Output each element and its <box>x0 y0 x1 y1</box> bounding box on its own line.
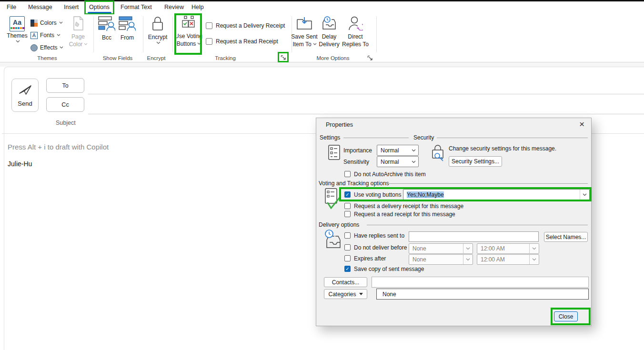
group-label-tracking: Tracking <box>215 55 236 61</box>
subject-label: Subject <box>56 120 76 126</box>
options-ribbon: Aa Themes Colors A Fonts Effects <box>0 14 644 62</box>
have-replies-input[interactable] <box>409 231 539 242</box>
checkbox-icon <box>344 232 351 239</box>
page-color-button[interactable]: Page Color <box>66 16 91 48</box>
voting-boxes-icon <box>181 16 196 32</box>
section-rule <box>367 225 588 225</box>
tracking-dialog-launcher[interactable] <box>280 54 287 61</box>
group-separator <box>93 16 94 52</box>
save-copy-checkbox[interactable]: ✓ Save copy of sent message <box>344 266 424 272</box>
sensitivity-select[interactable]: Normal <box>377 156 419 167</box>
expires-after-checkbox[interactable]: Expires after <box>344 255 386 262</box>
section-settings: Settings <box>320 134 340 141</box>
deliver-date-select[interactable]: None <box>409 243 473 254</box>
close-button[interactable]: Close <box>554 311 578 321</box>
autoarchive-checkbox[interactable]: Do not AutoArchive this item <box>344 171 426 178</box>
chevron-down-icon <box>463 255 473 264</box>
security-settings-button[interactable]: Security Settings... <box>449 156 502 167</box>
annotation-options-tab <box>84 0 114 15</box>
direct-replies-to-button[interactable]: Direct Replies To <box>341 16 370 48</box>
group-separator <box>376 16 377 52</box>
group-label-themes: Themes <box>37 55 57 61</box>
colors-icon <box>30 20 38 27</box>
tab-insert[interactable]: Insert <box>64 4 79 10</box>
group-label-encrypt: Encrypt <box>147 55 166 61</box>
send-icon <box>18 83 32 98</box>
outlook-compose-window: File Message Insert Options Format Text … <box>0 0 644 350</box>
chevron-down-icon <box>529 255 539 264</box>
person-reply-icon <box>348 16 363 32</box>
chevron-down-icon <box>463 244 473 253</box>
chevron-down-icon <box>156 41 160 45</box>
bcc-button[interactable]: Bcc <box>97 16 117 41</box>
to-field[interactable] <box>88 94 644 94</box>
section-security: Security <box>413 134 434 141</box>
properties-dialog: Properties × Settings Security Importanc… <box>316 118 592 326</box>
more-options-dialog-launcher[interactable] <box>367 55 373 61</box>
effects-dropdown[interactable]: Effects <box>30 43 63 52</box>
tab-message[interactable]: Message <box>28 4 52 10</box>
folder-save-icon <box>296 16 312 32</box>
security-description: Change security settings for this messag… <box>449 145 556 152</box>
delivery-receipt-checkbox[interactable]: Request a delivery receipt for this mess… <box>344 203 463 210</box>
expires-date-select[interactable]: None <box>409 254 473 265</box>
checkbox-icon <box>344 211 351 217</box>
dialog-launcher-icon <box>367 55 373 61</box>
fonts-icon: A <box>30 32 38 39</box>
contacts-button[interactable]: Contacts... <box>324 277 367 287</box>
chevron-down-icon <box>313 43 316 46</box>
cc-field[interactable] <box>88 114 644 114</box>
checkbox-icon <box>344 244 351 250</box>
deliver-time-select[interactable]: 12:00 AM <box>477 243 539 254</box>
sensitivity-label: Sensitivity <box>343 159 369 165</box>
read-receipt-checkbox[interactable]: Request a read receipt for this message <box>344 211 455 218</box>
themes-icon: Aa <box>10 16 25 31</box>
group-separator <box>143 16 143 52</box>
tab-help[interactable]: Help <box>191 4 204 10</box>
close-icon[interactable]: × <box>577 119 586 130</box>
voting-buttons-combobox[interactable]: Yes;No;Maybe <box>403 189 590 200</box>
message-body-text[interactable]: Julie-Hu <box>8 160 32 168</box>
page-color-icon <box>71 16 85 32</box>
delay-delivery-button[interactable]: Delay Delivery <box>317 16 341 48</box>
section-rule <box>437 138 588 138</box>
chevron-down-icon <box>84 43 87 46</box>
chevron-down-icon <box>57 34 60 37</box>
request-delivery-receipt-checkbox[interactable]: Request a Delivery Receipt <box>206 22 285 29</box>
encrypt-button[interactable]: Encrypt <box>145 16 171 45</box>
chevron-down-icon <box>409 145 418 155</box>
save-sent-item-to-button[interactable]: Save Sent Item To <box>292 16 317 48</box>
request-read-receipt-checkbox[interactable]: Request a Read Receipt <box>206 38 278 45</box>
to-button[interactable]: To <box>46 78 84 93</box>
use-voting-buttons-button[interactable]: Use Voting Buttons <box>176 16 201 47</box>
cc-button[interactable]: Cc <box>46 97 84 112</box>
lock-icon <box>151 16 164 33</box>
tab-file[interactable]: File <box>7 4 16 10</box>
chevron-down-icon <box>197 42 201 46</box>
send-button[interactable]: Send <box>11 79 39 112</box>
importance-label: Importance <box>343 147 372 154</box>
do-not-deliver-checkbox[interactable]: Do not deliver before <box>344 244 407 251</box>
importance-select[interactable]: Normal <box>377 145 419 156</box>
colors-dropdown[interactable]: Colors <box>30 18 62 28</box>
group-label-more-options: More Options <box>316 55 349 61</box>
section-rule <box>343 138 409 138</box>
settings-form-icon <box>328 145 340 161</box>
use-voting-buttons-checkbox[interactable]: ✓ Use voting buttons <box>344 191 401 198</box>
checkbox-icon <box>344 203 351 209</box>
dialog-title: Properties <box>326 121 353 128</box>
tab-format-text[interactable]: Format Text <box>121 4 152 10</box>
have-replies-checkbox[interactable]: Have replies sent to <box>344 232 404 239</box>
dialog-launcher-icon <box>281 55 286 60</box>
fonts-dropdown[interactable]: A Fonts <box>30 30 60 40</box>
select-names-button[interactable]: Select Names... <box>544 232 588 242</box>
contacts-input[interactable] <box>372 277 589 288</box>
themes-button[interactable]: Aa Themes <box>6 16 29 43</box>
categories-button[interactable]: Categories <box>324 289 367 299</box>
categories-input[interactable]: None <box>376 289 589 300</box>
tab-review[interactable]: Review <box>164 4 184 10</box>
expires-time-select[interactable]: 12:00 AM <box>477 254 539 265</box>
group-label-show-fields: Show Fields <box>103 55 133 61</box>
from-button[interactable]: From <box>117 16 137 41</box>
window-gap <box>0 62 644 67</box>
